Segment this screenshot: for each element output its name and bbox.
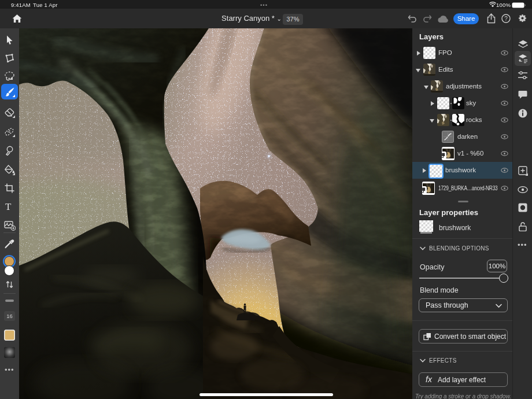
- svg-text:?: ?: [504, 16, 508, 22]
